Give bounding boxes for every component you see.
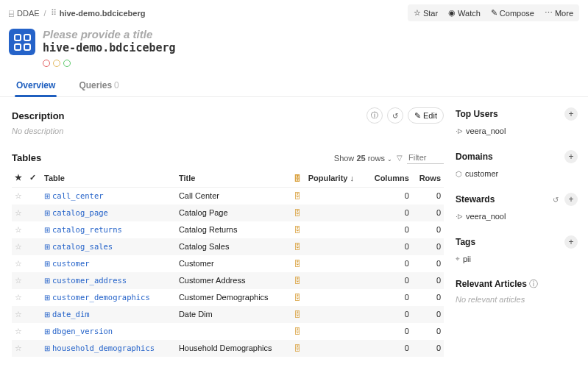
briefcase-icon[interactable]: 🗄 [294, 243, 301, 251]
status-dot-red[interactable] [43, 60, 50, 67]
popularity-cell [305, 221, 365, 238]
briefcase-icon[interactable]: 🗄 [294, 310, 301, 319]
funnel-icon[interactable]: ▽ [397, 154, 403, 162]
table-link[interactable]: ⊞catalog_sales [44, 242, 113, 251]
briefcase-icon[interactable]: 🗄 [294, 327, 301, 335]
table-title [176, 323, 291, 340]
table-row: ☆⊞catalog_returnsCatalog Returns🗄00 [12, 221, 444, 238]
briefcase-icon[interactable]: 🗄 [294, 260, 301, 268]
domain-item[interactable]: ⬡customer [456, 168, 578, 179]
col-table[interactable]: Table [41, 168, 176, 188]
briefcase-icon[interactable]: 🗄 [294, 192, 301, 200]
steward-item[interactable]: ᐒveera_nool [456, 210, 578, 222]
rows-cell: 0 [412, 306, 444, 323]
table-title: Customer Address [176, 272, 291, 289]
briefcase-icon[interactable]: 🗄 [294, 226, 301, 234]
col-star[interactable]: ★ [12, 168, 26, 188]
popularity-cell [305, 188, 365, 205]
add-steward-button[interactable]: + [564, 193, 578, 206]
table-icon: ⊞ [44, 192, 50, 200]
breadcrumb-root[interactable]: DDAE [17, 9, 40, 18]
schema-icon: ⠿ [51, 8, 57, 18]
tab-queries[interactable]: Queries0 [77, 80, 120, 96]
tables-heading: Tables [12, 152, 41, 163]
star-icon: ☆ [414, 8, 421, 18]
row-star[interactable]: ☆ [15, 310, 22, 319]
popularity-cell [305, 205, 365, 221]
row-star[interactable]: ☆ [15, 242, 22, 251]
briefcase-icon[interactable]: 🗄 [294, 294, 301, 302]
database-icon: ⌸ [9, 9, 14, 18]
table-icon: ⊞ [44, 260, 50, 268]
show-rows-label[interactable]: Show 25 rows ⌄ [334, 154, 392, 163]
table-title: Customer Demographics [176, 289, 291, 306]
briefcase-icon: 🗄 [294, 174, 301, 182]
table-link[interactable]: ⊞catalog_page [44, 208, 108, 217]
table-link[interactable]: ⊞date_dim [44, 310, 90, 319]
table-link[interactable]: ⊞household_demographics [44, 344, 155, 352]
col-columns[interactable]: Columns [365, 168, 412, 188]
tab-overview[interactable]: Overview [15, 80, 57, 96]
col-popularity[interactable]: Popularity ↓ [305, 168, 365, 188]
table-icon: ⊞ [44, 294, 50, 302]
table-link[interactable]: ⊞catalog_returns [44, 225, 122, 234]
table-link[interactable]: ⊞call_center [44, 191, 104, 200]
columns-cell: 0 [365, 188, 412, 205]
table-link[interactable]: ⊞customer_demographics [44, 293, 150, 302]
table-row: ☆⊞catalog_pageCatalog Page🗄00 [12, 205, 444, 221]
add-top-user-button[interactable]: + [564, 107, 578, 121]
columns-cell: 0 [365, 255, 412, 272]
breadcrumb-sep: / [44, 9, 46, 18]
status-dot-yellow[interactable] [53, 60, 60, 67]
edit-button[interactable]: ✎Edit [408, 107, 444, 124]
popularity-cell [305, 306, 365, 323]
breadcrumb-current[interactable]: hive-demo.bdciceberg [60, 9, 146, 18]
info-icon[interactable]: ⓘ [529, 279, 538, 289]
more-button[interactable]: ⋯More [540, 6, 578, 20]
pencil-icon: ✎ [414, 111, 421, 121]
watch-button[interactable]: ◉Watch [444, 6, 485, 20]
add-tag-button[interactable]: + [564, 235, 578, 249]
popularity-cell [305, 255, 365, 272]
table-row: ☆⊞catalog_salesCatalog Sales🗄00 [12, 238, 444, 255]
add-domain-button[interactable]: + [564, 150, 578, 163]
header-actions: ☆Star ◉Watch ✎Compose ⋯More [408, 4, 579, 21]
top-user-item[interactable]: ᐒveera_nool [456, 125, 578, 137]
table-icon: ⊞ [44, 327, 50, 335]
rows-cell: 0 [412, 221, 444, 238]
table-link[interactable]: ⊞dbgen_version [44, 327, 113, 335]
schema-logo [9, 29, 35, 55]
row-star[interactable]: ☆ [15, 208, 22, 217]
history-icon[interactable]: ↺ [553, 196, 559, 204]
col-briefcase[interactable]: 🗄 [291, 168, 305, 188]
col-title[interactable]: Title [176, 168, 291, 188]
briefcase-icon[interactable]: 🗄 [294, 277, 301, 285]
filter-input[interactable] [407, 152, 444, 164]
col-rows[interactable]: Rows [412, 168, 444, 188]
tag-item[interactable]: ⌖pii [456, 253, 578, 265]
briefcase-icon[interactable]: 🗄 [294, 209, 301, 217]
row-star[interactable]: ☆ [15, 191, 22, 200]
status-dots [0, 55, 588, 67]
briefcase-icon[interactable]: 🗄 [294, 344, 301, 352]
compose-button[interactable]: ✎Compose [486, 6, 539, 20]
table-icon: ⊞ [44, 310, 50, 319]
table-row: ☆⊞dbgen_version🗄00 [12, 323, 444, 340]
row-star[interactable]: ☆ [15, 225, 22, 234]
row-star[interactable]: ☆ [15, 293, 22, 302]
history-button[interactable]: ↺ [387, 107, 403, 124]
table-title: Catalog Page [176, 205, 291, 221]
rows-cell: 0 [412, 255, 444, 272]
row-star[interactable]: ☆ [15, 259, 22, 268]
row-star[interactable]: ☆ [15, 327, 22, 335]
table-link[interactable]: ⊞customer [44, 259, 90, 268]
status-dot-green[interactable] [63, 60, 71, 67]
star-button[interactable]: ☆Star [409, 6, 442, 20]
row-star[interactable]: ☆ [15, 344, 22, 352]
table-row: ☆⊞date_dimDate Dim🗄00 [12, 306, 444, 323]
info-button[interactable]: ⓘ [366, 107, 383, 124]
row-star[interactable]: ☆ [15, 276, 22, 285]
title-placeholder[interactable]: Please provide a title [43, 29, 176, 41]
col-check[interactable]: ✓ [26, 168, 41, 188]
table-link[interactable]: ⊞customer_address [44, 276, 127, 285]
